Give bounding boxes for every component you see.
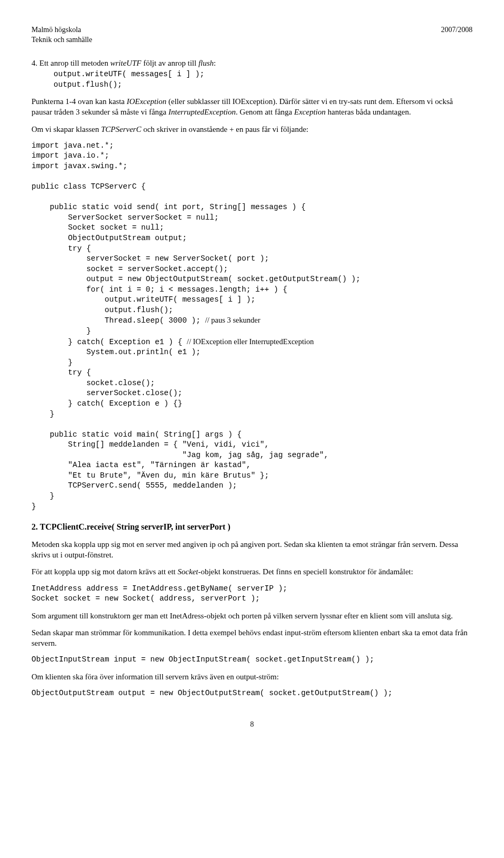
code-line: serverSocket = new ServerSocket( port ); (32, 254, 269, 263)
code-line: "Et tu Brute", "Även du, min käre Brutus… (32, 471, 269, 480)
code-line: } catch( Exception e1 ) { (32, 338, 187, 346)
code-line: "Jag kom, jag såg, jag segrade", (32, 451, 329, 459)
code-line: output.writeUTF( messages[ i ] ); (32, 295, 255, 304)
p2-italic-a: TCPServerC (101, 125, 141, 133)
code-line: Thread.sleep( 3000 ); (32, 316, 205, 325)
code-line: output = new ObjectOutputStream( socket.… (32, 275, 361, 283)
page-header: Malmö högskola 2007/2008 (32, 25, 472, 35)
p1-italic-c: Exception (294, 108, 326, 116)
code-line: } (32, 358, 72, 367)
code-line: Socket socket = null; (32, 223, 164, 232)
code-line: } (32, 492, 55, 500)
header-left-line2: Teknik och samhälle (32, 35, 472, 45)
paragraph-1: Punkterna 1-4 ovan kan kasta IOException… (32, 96, 472, 118)
item4-text-b: följt av anrop till (141, 59, 198, 67)
code-line: import javax.swing.*; (32, 162, 128, 170)
item4-text-c: : (214, 59, 216, 67)
code-line: ObjectOutputStream output; (32, 234, 187, 242)
paragraph-4: För att koppla upp sig mot datorn krävs … (32, 566, 472, 577)
code-line: import java.net.*; (32, 141, 114, 150)
p4-text-b: -objekt konstrueras. Det finns en specie… (198, 567, 413, 576)
code-line: ServerSocket serverSocket = null; (32, 213, 219, 222)
code-line: TCPServerC.send( 5555, meddelanden ); (32, 481, 237, 490)
p1-italic-b: InterruptedException (169, 108, 236, 116)
code-line: System.out.println( e1 ); (32, 348, 201, 356)
page-number: 8 (32, 720, 472, 730)
list-item-4: 4. Ett anrop till metoden writeUTF följt… (32, 58, 472, 68)
p4-text-a: För att koppla upp sig mot datorn krävs … (32, 567, 177, 576)
paragraph-7: Om klienten ska föra över information ti… (32, 671, 472, 682)
code-block-inputstream: ObjectInputStream input = new ObjectInpu… (32, 655, 472, 665)
code-line: } (32, 327, 91, 335)
section-2-title: 2. TCPClientC.receive( String serverIP, … (32, 521, 472, 533)
code-line: try { (32, 368, 91, 377)
code-line: public static void main( String[] args )… (32, 430, 242, 439)
item4-text-a: Ett anrop till metoden (39, 59, 110, 67)
p1-text-d: hanteras båda undantagen. (326, 108, 411, 116)
code-comment: // IOException eller InterruptedExceptio… (187, 337, 314, 346)
paragraph-5: Som argument till konstruktorn ger man e… (32, 611, 472, 621)
paragraph-6: Sedan skapar man strömmar för kommunikat… (32, 627, 472, 649)
p4-italic-a: Socket (177, 567, 198, 576)
p2-text-a: Om vi skapar klassen (32, 125, 101, 133)
code-block-socket: InetAddress address = InetAddress.getByN… (32, 584, 472, 604)
p1-text-c: . Genom att fånga (236, 108, 294, 116)
item4-italic-a: writeUTF (110, 59, 141, 67)
item-number: 4. (32, 59, 37, 67)
code-line: try { (32, 244, 91, 253)
code-line: public class TCPServerC { (32, 182, 146, 191)
code-line: output.flush(); (32, 306, 173, 314)
code-block-main: import java.net.*; import java.io.*; imp… (32, 141, 472, 512)
p2-text-b: och skriver in ovanstående + en paus får… (141, 125, 308, 133)
p1-italic-a: IOException (127, 97, 166, 106)
code-line: for( int i = 0; i < messages.length; i++… (32, 285, 287, 294)
code-block-outputstream: ObjectOutputStream output = new ObjectOu… (32, 688, 472, 699)
header-left-line1: Malmö högskola (32, 25, 81, 35)
code-line: } (32, 502, 36, 511)
code-line: socket.close(); (32, 379, 155, 387)
code-line: } (32, 410, 55, 418)
header-right: 2007/2008 (441, 25, 472, 35)
p1-text-a: Punkterna 1-4 ovan kan kasta (32, 97, 127, 106)
code-line: "Alea iacta est", "Tärningen är kastad", (32, 461, 251, 469)
code-line: serverSocket.close(); (32, 389, 182, 397)
code-line: } catch( Exception e ) {} (32, 399, 182, 408)
paragraph-2: Om vi skapar klassen TCPServerC och skri… (32, 124, 472, 135)
paragraph-3: Metoden ska koppla upp sig mot en server… (32, 539, 472, 561)
item4-code: output.writeUTF( messages[ i ] ); output… (32, 69, 472, 90)
code-line: public static void send( int port, Strin… (32, 203, 306, 211)
item4-italic-b: flush (198, 59, 214, 67)
code-line: import java.io.*; (32, 151, 109, 160)
code-line: socket = serverSocket.accept(); (32, 265, 228, 273)
code-line: String[] meddelanden = { "Veni, vidi, vi… (32, 440, 269, 449)
code-comment: // paus 3 sekunder (205, 316, 260, 324)
